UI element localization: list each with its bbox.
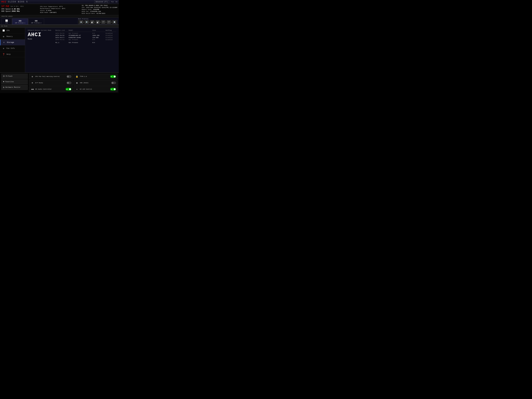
cpu-temp-value: 37°C [59,6,63,7]
col-device: Device List [55,30,69,31]
xmp1-tab-label: XMP Profile 1 [15,22,25,24]
sata6-port: SATA Port6: [55,35,69,36]
fan-sidebar-icon: ✿ [2,47,5,50]
m2-port: M2_1: [55,42,69,43]
m-flash-button[interactable]: ⟳ M-Flash [1,74,28,79]
boot-icons-row: 💾 ▶ 💿 ▶ USB⬜ ▶ USB⬜ ▶ USB⬛ ▶ USB⬛ ▶ 📄 [78,20,117,24]
boot-device-dvd[interactable]: 💿 [85,21,89,24]
bios-mode-label: BIOS Mode: [40,12,49,13]
boot-device-usb3[interactable]: USB⬛ [101,21,105,24]
erp-label: ErP Ready [35,82,43,84]
boot-device-usb1[interactable]: USB⬜ [90,21,94,24]
sidebar-storage-label: Storage [7,41,14,43]
memory-sidebar-icon: ▤ [2,35,5,38]
bottom-sidebar: ⟳ M-Flash ♥ Favorites ⚙ Hardware Monitor [1,74,28,92]
cpu-fan-toggle[interactable] [67,75,71,78]
boot-device-file[interactable]: 📄 [113,21,116,24]
boot-arrow-5: ▶ [106,21,107,23]
boot-device-hdd[interactable]: 💾 [79,21,83,24]
sata6-size: 1000.2GB [92,35,106,36]
mem-value: 16384MB [93,9,99,10]
m2-model: Not Present [69,42,92,43]
sidebar-item-fan-info[interactable]: ✿ Fan Info [0,45,25,51]
boot-priority-section: Boot Priority 💾 ▶ 💿 ▶ USB⬜ ▶ USB⬜ ▶ USB⬛… [78,18,117,25]
boot-arrow-1: ▶ [83,21,84,23]
cpu-sidebar-icon: ⬜ [2,29,5,32]
storage-sidebar-icon: ⬇ [2,41,6,44]
onboard-mode-label: Onboard Device Current Mode [28,30,51,31]
tab-xmp1[interactable]: ▤▤ XMP Profile 1 [12,19,28,25]
vmd-toggle[interactable] [111,82,116,84]
table-row: SATA Port7: KINGSTON SA400 120.0GB Disab… [55,37,116,39]
boot-device-usb2[interactable]: USB⬜ [96,21,100,24]
nav-label[interactable]: Advanced (F7) [94,0,109,3]
cpu-fan-icon: ✿ [31,75,34,78]
erp-ready-control[interactable]: ⊕ ErP Ready [29,80,73,86]
bios-mode-value: CSM/UEFI [50,12,57,13]
cpu-speed-value: 3.30 GHz [12,8,20,10]
ftpm-toggle[interactable] [110,75,116,78]
ez-led-toggle[interactable] [110,88,116,90]
mb-temp-label: Motherboard Temperature: [40,8,61,9]
sata7-port: SATA Port7: [55,37,69,38]
vcore-value: 0.978V [46,10,51,11]
boot-arrow-2: ▶ [89,21,90,23]
cpu-info-value: 12th Gen Intel(R) Core(TM) i3-12100F [86,7,117,8]
top-bar: MSI CLICK BIOS 5 Advanced (F7) F12 En [0,0,119,4]
sata5-port: SATA Port5: [55,33,69,34]
hd-audio-icon: ◀◀ [31,87,34,91]
creator-genie-label: CREATOR GENIE [1,16,13,17]
boot-arrow-6: ▶ [111,21,112,23]
hardware-monitor-button[interactable]: ⚙ Hardware Monitor [1,85,28,90]
sidebar-item-help[interactable]: ❓ Help [0,51,25,57]
erp-icon: ⊕ [31,81,34,85]
sata5-model: Not Present [69,33,92,34]
ahci-left: Onboard Device Current Mode AHCI Mode [28,30,51,44]
ahci-section: Onboard Device Current Mode AHCI Mode De… [28,30,116,44]
sidebar-fan-label: Fan Info [6,47,15,49]
cpu-temp-label: CPU Core Temperature: [40,6,58,7]
device-table-header: Device List Model Size HotPlug [55,30,116,32]
sidebar-memory-label: Memory [6,36,13,38]
lang-selector[interactable]: En [116,1,117,3]
profile-tabs-row: ⬜ CPU ▤▤ XMP Profile 1 ▤▤ XMP Profile 2 … [0,18,119,25]
bios-ver-label: BIOS Ver: [82,11,89,12]
m-flash-icon: ⟳ [3,75,5,78]
sata8-size: N/A [92,39,106,40]
tab-xmp2[interactable]: ▤▤ XMP Profile 2 [28,19,44,25]
favorites-icon: ♥ [3,81,4,83]
ez-led-left: ✦ EZ LED Control [75,87,92,91]
mb-value: PRO B660M-E DDR4 (MS-7D46) [85,5,108,6]
sata8-model: Not Present [69,39,92,40]
ez-led-control[interactable]: ✦ EZ LED Control [74,86,117,92]
mem-label: Memory Size: [82,9,92,10]
sata5-hotplug: Disabled [106,33,116,34]
sidebar-item-storage[interactable]: ⬇ Storage [0,39,25,45]
sidebar-item-cpu[interactable]: ⬜ CPU [0,28,25,33]
clock-display: 17:52 [1,5,9,8]
boot-device-usb4[interactable]: USB⬛ [107,21,111,24]
boot-arrow-4: ▶ [100,21,101,23]
ddr-speed-value: 2666 MHz [12,10,20,12]
cpu-fan-warning-control[interactable]: ✿ CPU Fan Fail Warning Control [29,74,73,79]
ftpm-control[interactable]: 🔒 fTPM 2.0 [74,74,117,79]
tab-cpu[interactable]: ⬜ CPU [1,19,12,25]
sidebar-item-memory[interactable]: ▤ Memory [0,33,25,39]
hardware-monitor-label: Hardware Monitor [5,86,21,88]
table-row: SATA Port5: Not Present N/A Disabled [55,32,116,34]
table-row: SATA Port6: ST1000DL002-9T 1000.2GB Disa… [55,34,116,37]
sata7-model: KINGSTON SA400 [69,37,92,38]
f12-icon[interactable]: F12 [111,1,114,3]
hd-audio-control[interactable]: ◀◀ HD Audio Controller [29,86,73,92]
sidebar: ⬜ CPU ▤ Memory ⬇ Storage ✿ Fan Info ❓ He… [0,28,25,72]
bios-date-label: BIOS Build Date: [82,13,96,14]
system-temps: CPU Core Temperature: 37°C Motherboard T… [40,5,65,14]
vmd-raid-control[interactable]: ◉ VMD (RAID) [74,80,117,86]
cpu-fan-warning-left: ✿ CPU Fan Fail Warning Control [31,75,60,78]
erp-left: ⊕ ErP Ready [31,81,43,85]
hd-audio-toggle[interactable] [66,88,71,90]
mb-temp-value: 33°C [62,8,65,9]
erp-toggle[interactable] [67,82,71,84]
bios-title: CLICK BIOS 5 [8,1,28,3]
favorites-button[interactable]: ♥ Favorites [1,79,28,84]
